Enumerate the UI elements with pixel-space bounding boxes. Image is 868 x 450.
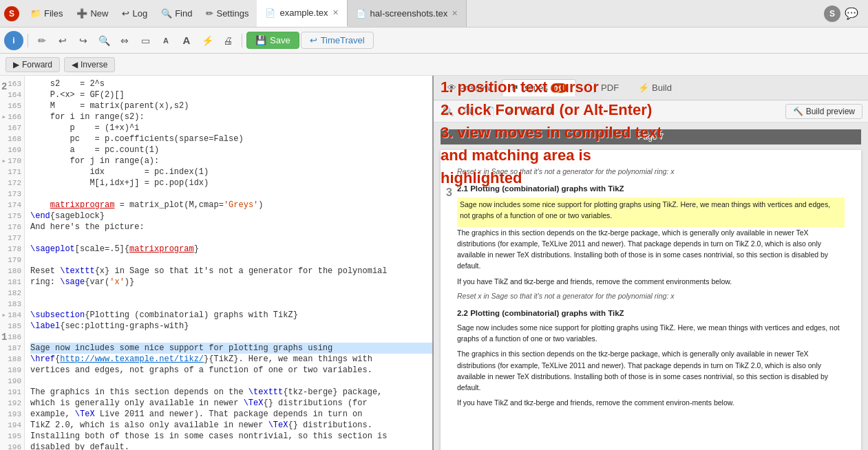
new-menu[interactable]: ➕ New xyxy=(71,6,114,21)
timetravel-icon: ↩ xyxy=(310,35,317,45)
code-content[interactable]: s2 = 2^s P.<x> = GF(2)[] M = matrix(pare… xyxy=(25,76,432,450)
section-2-1-body-1: Sage now includes some nice support for … xyxy=(460,199,842,222)
font-small-button[interactable]: A xyxy=(156,31,176,50)
code-line-167[interactable]: p = (1+x)^i xyxy=(30,122,432,133)
code-line-190[interactable] xyxy=(30,376,432,387)
code-line-195[interactable]: Installing both of those is in some case… xyxy=(30,431,432,442)
download-btn[interactable]: ⬇ xyxy=(542,103,560,120)
section-2-2-body-2: The graphics in this section depends on … xyxy=(457,348,845,393)
tab-issues[interactable]: ⚑ Issues 10 xyxy=(502,79,576,96)
code-line-179[interactable] xyxy=(30,255,432,266)
tab-close-example[interactable]: ✕ xyxy=(332,8,339,17)
code-line-171[interactable]: idx = pc.index(1) xyxy=(30,167,432,178)
log-icon: ↩ xyxy=(122,8,129,19)
forward-button[interactable]: ▶ Forward xyxy=(6,57,60,72)
zoom-out-btn[interactable]: 🔍 xyxy=(460,103,478,120)
code-line-181[interactable]: ring: \sage{var('x')} xyxy=(30,277,432,288)
code-line-170[interactable]: for j in range(a): xyxy=(30,156,432,167)
files-icon: 📁 xyxy=(30,8,41,19)
section-2-2-body-1: Sage now includes some nice support for … xyxy=(457,322,845,345)
tab-pdf[interactable]: 📄 PDF xyxy=(579,80,627,96)
chat-icon[interactable]: 💬 xyxy=(845,7,858,20)
code-line-166[interactable]: for i in range(s2): xyxy=(30,111,432,122)
code-line-191[interactable]: The graphics in this section depends on … xyxy=(30,387,432,398)
zoom-in-btn[interactable]: 🔍 xyxy=(439,103,457,120)
code-line-178[interactable]: \sageplot[scale=.5]{matrixprogram} xyxy=(30,244,432,255)
sync-bar: ▶ Forward ◀ Inverse xyxy=(0,54,868,76)
code-line-175[interactable]: \end{sageblock} xyxy=(30,211,432,222)
code-line-187[interactable]: Sage now includes some nice support for … xyxy=(30,343,432,354)
code-line-174[interactable]: matrixprogram = matrix_plot(M,cmap='Grey… xyxy=(30,200,432,211)
code-line-164[interactable]: P.<x> = GF(2)[] xyxy=(30,89,432,100)
preview-panel: 👁 Preview ⚑ Issues 10 📄 PDF ⚡ Build 🔍 🔍 … xyxy=(434,76,868,450)
code-line-176[interactable]: And here's the picture: xyxy=(30,222,432,233)
print-button[interactable]: 🖨 xyxy=(218,31,237,50)
build-preview-button[interactable]: 🔨 Build preview xyxy=(785,104,862,119)
code-line-194[interactable]: TikZ 2.0, which is also only available i… xyxy=(30,420,432,431)
code-line-163[interactable]: s2 = 2^s xyxy=(30,78,432,89)
pdf-page: Reset x in Sage so that it's not a gener… xyxy=(441,150,861,450)
font-large-button[interactable]: A xyxy=(177,31,196,50)
code-line-182[interactable] xyxy=(30,288,432,299)
timetravel-button[interactable]: ↩ TimeTravel xyxy=(301,32,374,49)
code-line-180[interactable]: Reset \texttt{x} in Sage so that it's no… xyxy=(30,266,432,277)
menu-bar: S 📁 Files ➕ New ↩ Log 🔍 Find ✏ Settings … xyxy=(0,0,868,28)
fit-btn[interactable]: ⤢ xyxy=(501,103,519,120)
code-line-184[interactable]: \subsection{Plotting (combinatorial) gra… xyxy=(30,310,432,321)
line-number-189: 189 xyxy=(0,365,21,376)
split-button[interactable]: ▭ xyxy=(136,31,155,50)
line-number-164: 164 xyxy=(0,89,21,100)
tab-build[interactable]: ⚡ Build xyxy=(630,80,680,96)
code-line-186[interactable] xyxy=(30,332,432,343)
preview-content[interactable]: Page 7 Reset x in Sage so that it's not … xyxy=(434,122,868,450)
section-2-1-title: 2.1 Plotting (combinatorial) graphs with… xyxy=(457,183,845,195)
redo-button[interactable]: ↪ xyxy=(74,31,93,50)
code-line-168[interactable]: pc = p.coefficients(sparse=False) xyxy=(30,133,432,144)
code-line-196[interactable]: disabled by default. xyxy=(30,442,432,450)
settings-menu[interactable]: ✏ Settings xyxy=(200,6,254,21)
inverse-button[interactable]: ◀ Inverse xyxy=(64,57,115,72)
code-line-193[interactable]: example, \TeX Live 2011 and newer). That… xyxy=(30,409,432,420)
tab-close-hal[interactable]: ✕ xyxy=(452,9,458,18)
tab-preview[interactable]: 👁 Preview xyxy=(439,80,499,96)
tab-example[interactable]: 📄 example.tex ✕ xyxy=(257,0,347,27)
pencil-button[interactable]: ✏ xyxy=(32,31,52,50)
code-line-165[interactable]: M = matrix(parent(x),s2) xyxy=(30,100,432,111)
line-number-184: 184 xyxy=(0,310,21,321)
code-line-172[interactable]: M[i,idx+j] = pc.pop(idx) xyxy=(30,178,432,189)
files-menu[interactable]: 📁 Files xyxy=(25,6,68,21)
info-button[interactable]: i xyxy=(4,31,23,50)
issues-badge: 10 xyxy=(551,83,567,93)
line-number-174: 174 xyxy=(0,200,21,211)
code-line-169[interactable]: a = pc.count(1) xyxy=(30,144,432,156)
lightning-button[interactable]: ⚡ xyxy=(198,31,217,50)
log-menu[interactable]: ↩ Log xyxy=(116,6,153,21)
code-line-192[interactable]: which is generally only available in new… xyxy=(30,398,432,409)
new-doc-btn[interactable]: 📄 xyxy=(480,103,498,120)
line-number-179: 179 xyxy=(0,255,21,266)
line-number-190: 190 xyxy=(0,376,21,387)
line-number-175: 175 xyxy=(0,211,21,222)
line-number-192: 192 xyxy=(0,398,21,409)
code-line-188[interactable]: \href{http://www.texample.net/tikz/}{Tik… xyxy=(30,354,432,365)
tab-hal[interactable]: 📄 hal-screenshots.tex ✕ xyxy=(348,0,467,27)
line-number-163: 163 xyxy=(0,78,21,89)
undo-button[interactable]: ↩ xyxy=(53,31,72,50)
code-line-177[interactable] xyxy=(30,233,432,244)
grid-btn[interactable]: ⊞ xyxy=(522,103,540,120)
search-button[interactable]: 🔍 xyxy=(94,31,114,50)
line-number-177: 177 xyxy=(0,233,21,244)
code-line-183[interactable] xyxy=(30,299,432,310)
code-line-189[interactable]: vertices and edges, not graphs of a func… xyxy=(30,365,432,376)
code-line-173[interactable] xyxy=(30,189,432,200)
line-number-171: 171 xyxy=(0,167,21,178)
editor-panel[interactable]: 1631641651661671681691701711721731741751… xyxy=(0,76,434,450)
code-line-185[interactable]: \label{sec:plotting-graphs-with} xyxy=(30,321,432,332)
line-number-170: 170 xyxy=(0,156,21,167)
format-button[interactable]: ⇔ xyxy=(115,31,134,50)
section-2-1-body-2: The graphics in this section depends on … xyxy=(457,227,845,272)
pdf-reset-text: Reset x in Sage so that it's not a gener… xyxy=(457,167,845,178)
find-menu[interactable]: 🔍 Find xyxy=(156,6,198,21)
line-number-166: 166 xyxy=(0,111,21,122)
save-button[interactable]: 💾 Save xyxy=(246,32,299,49)
